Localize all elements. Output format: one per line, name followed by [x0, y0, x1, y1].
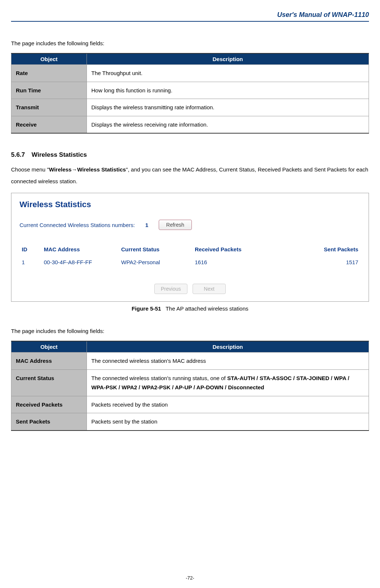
- cell-rx: 1616: [195, 259, 279, 265]
- table2-desc-rx: Packets received by the station: [87, 396, 369, 413]
- next-button[interactable]: Next: [193, 284, 226, 294]
- col-status: Current Status: [121, 246, 195, 252]
- table1-desc-rate: The Throughput unit.: [87, 65, 369, 82]
- table1-obj-receive: Receive: [11, 116, 87, 133]
- para-menu-wireless: Wireless: [49, 166, 72, 173]
- cell-status: WPA2-Personal: [121, 259, 195, 265]
- stations-count: 1: [145, 222, 148, 228]
- intro-text-2: The page includes the following fields:: [11, 328, 369, 334]
- section-title: Wireless Statistics: [32, 151, 87, 158]
- status-desc-pre: The connected wireless station's running…: [91, 375, 227, 381]
- table-row: Current Status The connected wireless st…: [11, 369, 369, 396]
- table2-obj-tx: Sent Packets: [11, 413, 87, 431]
- table2-desc-mac: The connected wireless station's MAC add…: [87, 353, 369, 370]
- table-row: Received Packets Packets received by the…: [11, 396, 369, 413]
- cell-id: 1: [22, 259, 44, 265]
- table1-obj-runtime: Run Time: [11, 82, 87, 99]
- stations-label: Current Connected Wireless Stations numb…: [20, 222, 135, 228]
- table1-header-description: Description: [87, 53, 369, 65]
- table-row: MAC Address The connected wireless stati…: [11, 353, 369, 370]
- table-row: Rate The Throughput unit.: [11, 65, 369, 82]
- figure-caption: Figure 5-51 The AP attached wireless sta…: [11, 305, 369, 312]
- table-row: Receive Displays the wireless receiving …: [11, 116, 369, 133]
- col-rx: Received Packets: [195, 246, 279, 252]
- previous-button[interactable]: Previous: [154, 284, 187, 294]
- fields-table-1: Object Description Rate The Throughput u…: [11, 53, 369, 134]
- para-pre: Choose menu ": [11, 166, 49, 173]
- cell-tx: 1517: [279, 259, 358, 265]
- section-heading: 5.6.7Wireless Statistics: [11, 151, 369, 159]
- table1-obj-rate: Rate: [11, 65, 87, 82]
- table1-obj-transmit: Transmit: [11, 99, 87, 116]
- table-row: Sent Packets Packets sent by the station: [11, 413, 369, 431]
- table1-desc-transmit: Displays the wireless transmitting rate …: [87, 99, 369, 116]
- document-header-title: User's Manual of WNAP-1110: [11, 11, 369, 22]
- table1-desc-receive: Displays the wireless receiving rate inf…: [87, 116, 369, 133]
- figure-caption-id: Figure 5-51: [131, 305, 161, 312]
- figure-nav: Previous Next: [20, 284, 360, 294]
- figure-title: Wireless Statistics: [20, 200, 360, 209]
- refresh-button[interactable]: Refresh: [159, 220, 192, 230]
- col-id: ID: [22, 246, 44, 252]
- section-paragraph: Choose menu "Wireless→Wireless Statistic…: [11, 164, 369, 187]
- intro-text-1: The page includes the following fields:: [11, 40, 369, 46]
- table2-header-object: Object: [11, 341, 87, 353]
- table2-obj-mac: MAC Address: [11, 353, 87, 370]
- figure-caption-text: The AP attached wireless stations: [166, 305, 249, 312]
- col-tx: Sent Packets: [279, 246, 358, 252]
- cell-mac: 00-30-4F-A8-FF-FF: [44, 259, 121, 265]
- table1-desc-runtime: How long this function is running.: [87, 82, 369, 99]
- table2-desc-tx: Packets sent by the station: [87, 413, 369, 431]
- table1-header-object: Object: [11, 53, 87, 65]
- table-row: Run Time How long this function is runni…: [11, 82, 369, 99]
- table2-obj-status: Current Status: [11, 369, 87, 396]
- figure-box: Wireless Statistics Current Connected Wi…: [11, 193, 369, 302]
- page-number: -72-: [0, 575, 380, 581]
- table2-header-description: Description: [87, 341, 369, 353]
- para-menu-wireless-statistics: Wireless Statistics: [77, 166, 126, 173]
- col-mac: MAC Address: [44, 246, 121, 252]
- section-number: 5.6.7: [11, 151, 25, 159]
- table2-desc-status: The connected wireless station's running…: [87, 369, 369, 396]
- figure-table-row: 1 00-30-4F-A8-FF-FF WPA2-Personal 1616 1…: [20, 256, 360, 265]
- table-row: Transmit Displays the wireless transmitt…: [11, 99, 369, 116]
- table2-obj-rx: Received Packets: [11, 396, 87, 413]
- para-arrow: →: [71, 166, 77, 173]
- fields-table-2: Object Description MAC Address The conne…: [11, 341, 369, 431]
- figure-table-header: ID MAC Address Current Status Received P…: [20, 246, 360, 256]
